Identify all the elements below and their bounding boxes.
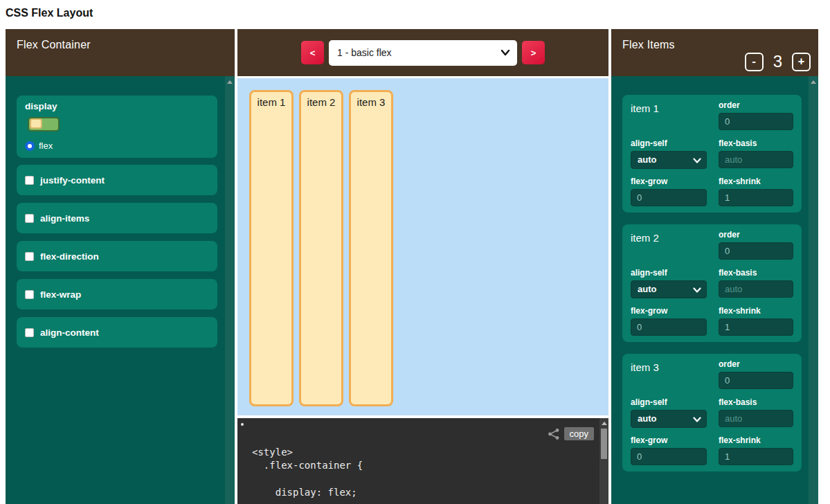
scroll-up-icon[interactable] xyxy=(811,80,816,84)
align-items-card: align-items xyxy=(17,203,217,233)
item-3-order-input[interactable] xyxy=(719,372,793,389)
share-icon[interactable] xyxy=(548,428,560,440)
item-2-card: item 2 order align-self auto flex-basis xyxy=(622,224,802,342)
flex-basis-label: flex-basis xyxy=(719,138,793,148)
flex-direction-checkbox[interactable] xyxy=(25,252,34,261)
justify-content-label: justify-content xyxy=(40,175,105,186)
item-2-flex-shrink-input[interactable] xyxy=(719,318,793,336)
preview-header: < 1 - basic flex > xyxy=(237,29,608,76)
item-1-flex-shrink-input[interactable] xyxy=(719,189,793,206)
flex-shrink-label: flex-shrink xyxy=(719,177,793,186)
item-1-flex-grow-input[interactable] xyxy=(631,189,707,206)
flex-preview-stage: item 1 item 2 item 3 xyxy=(237,78,608,415)
flex-basis-label: flex-basis xyxy=(719,268,793,278)
stage-item-3: item 3 xyxy=(349,90,393,406)
flex-items-body: item 1 order align-self auto flex-basis xyxy=(611,76,818,504)
align-self-label: align-self xyxy=(631,268,707,278)
example-select[interactable]: 1 - basic flex xyxy=(329,40,517,66)
remove-item-button[interactable]: - xyxy=(745,53,764,71)
chevron-down-icon xyxy=(500,48,510,57)
left-panel-scrollbar[interactable] xyxy=(225,76,235,504)
flex-items-panel: Flex Items - 3 + item 1 order align-self… xyxy=(611,29,818,504)
flex-direction-label: flex-direction xyxy=(40,251,99,262)
code-line xyxy=(252,472,363,485)
order-label: order xyxy=(719,100,793,110)
item-2-flex-grow-input[interactable] xyxy=(631,318,707,336)
align-content-checkbox[interactable] xyxy=(25,328,34,337)
flex-container-header: Flex Container xyxy=(6,29,235,76)
item-1-order-input[interactable] xyxy=(719,113,793,130)
flex-items-header: Flex Items - 3 + xyxy=(611,29,818,76)
display-card: display flex xyxy=(17,96,217,158)
align-content-label: align-content xyxy=(40,327,99,338)
justify-content-card: justify-content xyxy=(17,165,217,195)
item-2-order-input[interactable] xyxy=(719,242,793,260)
item-1-flex-basis-input[interactable] xyxy=(719,151,793,168)
flex-direction-card: flex-direction xyxy=(17,241,217,271)
flex-basis-label: flex-basis xyxy=(719,397,793,407)
scroll-up-icon[interactable] xyxy=(227,80,233,84)
item-1-title: item 1 xyxy=(631,100,707,131)
code-block: <style> .flex-container { display: flex; xyxy=(252,446,363,499)
align-content-card: align-content xyxy=(17,317,217,348)
page-title: CSS Flex Layout xyxy=(6,7,93,19)
code-cursor-dot xyxy=(241,423,244,426)
right-panel-scrollbar[interactable] xyxy=(809,76,818,504)
align-self-label: align-self xyxy=(631,138,707,148)
flex-container-title: Flex Container xyxy=(17,39,224,51)
stage-item-1: item 1 xyxy=(249,90,294,406)
copy-button[interactable]: copy xyxy=(564,427,594,440)
item-3-flex-basis-input[interactable] xyxy=(719,410,793,427)
order-label: order xyxy=(719,359,793,369)
order-label: order xyxy=(719,230,793,240)
flex-grow-label: flex-grow xyxy=(631,306,707,316)
flex-shrink-label: flex-shrink xyxy=(719,306,793,316)
item-3-align-self-select[interactable]: auto xyxy=(631,410,707,428)
display-flex-radio-row: flex xyxy=(25,141,209,151)
flex-radio-label: flex xyxy=(39,141,53,151)
item-3-title: item 3 xyxy=(631,359,707,390)
justify-content-checkbox[interactable] xyxy=(25,176,34,185)
flex-wrap-label: flex-wrap xyxy=(40,289,81,300)
flex-container-body: display flex justify-content align-items… xyxy=(6,76,235,504)
flex-grow-label: flex-grow xyxy=(631,435,707,445)
item-1-card: item 1 order align-self auto flex-basis xyxy=(622,95,802,213)
preview-panel: < 1 - basic flex > item 1 item 2 item 3 … xyxy=(237,29,608,504)
align-self-label: align-self xyxy=(631,397,707,407)
flex-container-panel: Flex Container display flex justify-cont… xyxy=(6,29,235,504)
code-line: display: flex; xyxy=(252,486,363,499)
item-2-align-self-select[interactable]: auto xyxy=(631,280,707,298)
add-item-button[interactable]: + xyxy=(792,53,811,71)
item-3-flex-grow-input[interactable] xyxy=(631,448,707,465)
scroll-up-icon[interactable] xyxy=(602,422,607,425)
code-scrollbar[interactable] xyxy=(599,418,608,504)
item-1-align-self-select[interactable]: auto xyxy=(631,151,707,169)
stage-item-2: item 2 xyxy=(299,90,343,406)
align-items-label: align-items xyxy=(40,213,89,224)
item-3-card: item 3 order align-self auto flex-basis xyxy=(622,354,802,471)
align-items-checkbox[interactable] xyxy=(25,214,34,223)
chevron-down-icon xyxy=(693,416,701,423)
item-2-flex-basis-input[interactable] xyxy=(719,280,793,298)
toggle-knob xyxy=(30,118,42,129)
chevron-down-icon xyxy=(693,157,701,164)
code-line: .flex-container { xyxy=(252,459,363,472)
item-2-title: item 2 xyxy=(631,230,707,260)
display-toggle[interactable] xyxy=(28,117,60,132)
flex-wrap-checkbox[interactable] xyxy=(25,290,34,299)
item-3-flex-shrink-input[interactable] xyxy=(719,448,793,465)
flex-radio[interactable] xyxy=(25,141,35,151)
chevron-down-icon xyxy=(693,287,701,294)
display-label: display xyxy=(25,101,209,111)
item-count: 3 xyxy=(773,52,782,71)
flex-wrap-card: flex-wrap xyxy=(17,279,217,309)
flex-shrink-label: flex-shrink xyxy=(719,435,793,445)
item-count-controls: - 3 + xyxy=(745,52,811,71)
flex-grow-label: flex-grow xyxy=(631,177,707,186)
prev-example-button[interactable]: < xyxy=(301,41,324,64)
flex-items-title: Flex Items xyxy=(622,39,807,51)
code-line: <style> xyxy=(252,446,363,459)
next-example-button[interactable]: > xyxy=(522,41,545,64)
scrollbar-thumb[interactable] xyxy=(601,429,607,459)
example-select-value: 1 - basic flex xyxy=(337,47,392,58)
